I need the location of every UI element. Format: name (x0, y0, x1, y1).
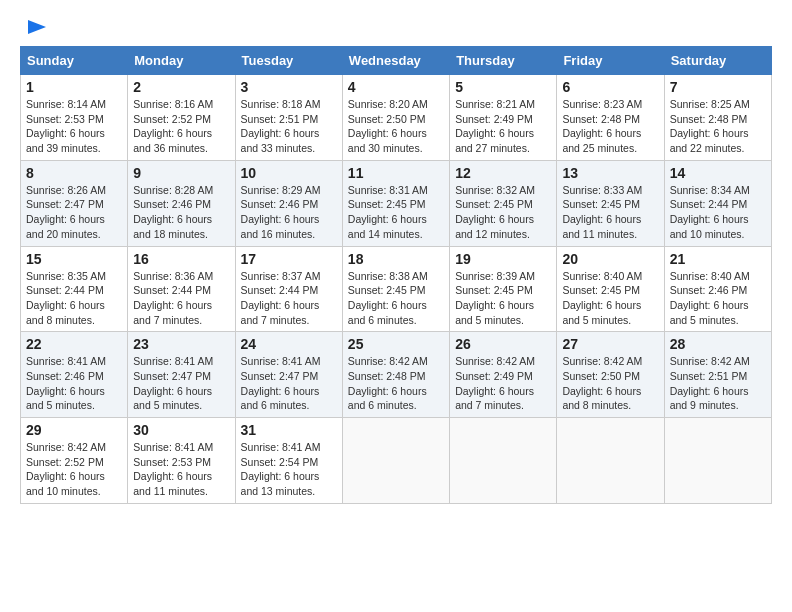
calendar-cell: 15 Sunrise: 8:35 AMSunset: 2:44 PMDaylig… (21, 246, 128, 332)
day-info: Sunrise: 8:42 AMSunset: 2:48 PMDaylight:… (348, 355, 428, 411)
calendar-cell: 17 Sunrise: 8:37 AMSunset: 2:44 PMDaylig… (235, 246, 342, 332)
day-number: 9 (133, 165, 229, 181)
calendar-cell: 24 Sunrise: 8:41 AMSunset: 2:47 PMDaylig… (235, 332, 342, 418)
day-number: 25 (348, 336, 444, 352)
calendar-cell: 20 Sunrise: 8:40 AMSunset: 2:45 PMDaylig… (557, 246, 664, 332)
day-number: 30 (133, 422, 229, 438)
day-info: Sunrise: 8:39 AMSunset: 2:45 PMDaylight:… (455, 270, 535, 326)
calendar-cell: 10 Sunrise: 8:29 AMSunset: 2:46 PMDaylig… (235, 160, 342, 246)
calendar-week-row: 29 Sunrise: 8:42 AMSunset: 2:52 PMDaylig… (21, 418, 772, 504)
day-info: Sunrise: 8:35 AMSunset: 2:44 PMDaylight:… (26, 270, 106, 326)
day-number: 4 (348, 79, 444, 95)
day-info: Sunrise: 8:42 AMSunset: 2:50 PMDaylight:… (562, 355, 642, 411)
logo (20, 16, 48, 38)
calendar-table: SundayMondayTuesdayWednesdayThursdayFrid… (20, 46, 772, 504)
day-number: 28 (670, 336, 766, 352)
calendar-week-row: 15 Sunrise: 8:35 AMSunset: 2:44 PMDaylig… (21, 246, 772, 332)
day-number: 16 (133, 251, 229, 267)
day-info: Sunrise: 8:42 AMSunset: 2:49 PMDaylight:… (455, 355, 535, 411)
calendar-cell: 18 Sunrise: 8:38 AMSunset: 2:45 PMDaylig… (342, 246, 449, 332)
day-info: Sunrise: 8:26 AMSunset: 2:47 PMDaylight:… (26, 184, 106, 240)
weekday-header-saturday: Saturday (664, 47, 771, 75)
calendar-cell: 12 Sunrise: 8:32 AMSunset: 2:45 PMDaylig… (450, 160, 557, 246)
calendar-week-row: 22 Sunrise: 8:41 AMSunset: 2:46 PMDaylig… (21, 332, 772, 418)
day-number: 3 (241, 79, 337, 95)
calendar-cell: 4 Sunrise: 8:20 AMSunset: 2:50 PMDayligh… (342, 75, 449, 161)
day-number: 23 (133, 336, 229, 352)
day-number: 26 (455, 336, 551, 352)
day-info: Sunrise: 8:23 AMSunset: 2:48 PMDaylight:… (562, 98, 642, 154)
calendar-cell: 31 Sunrise: 8:41 AMSunset: 2:54 PMDaylig… (235, 418, 342, 504)
day-info: Sunrise: 8:41 AMSunset: 2:46 PMDaylight:… (26, 355, 106, 411)
day-info: Sunrise: 8:20 AMSunset: 2:50 PMDaylight:… (348, 98, 428, 154)
weekday-header-sunday: Sunday (21, 47, 128, 75)
day-number: 15 (26, 251, 122, 267)
calendar-cell: 6 Sunrise: 8:23 AMSunset: 2:48 PMDayligh… (557, 75, 664, 161)
calendar-cell: 23 Sunrise: 8:41 AMSunset: 2:47 PMDaylig… (128, 332, 235, 418)
day-info: Sunrise: 8:34 AMSunset: 2:44 PMDaylight:… (670, 184, 750, 240)
weekday-header-friday: Friday (557, 47, 664, 75)
calendar-cell: 16 Sunrise: 8:36 AMSunset: 2:44 PMDaylig… (128, 246, 235, 332)
day-number: 7 (670, 79, 766, 95)
day-number: 27 (562, 336, 658, 352)
day-number: 5 (455, 79, 551, 95)
day-info: Sunrise: 8:40 AMSunset: 2:46 PMDaylight:… (670, 270, 750, 326)
calendar-cell (557, 418, 664, 504)
page-header (20, 16, 772, 38)
weekday-header-wednesday: Wednesday (342, 47, 449, 75)
calendar-cell: 29 Sunrise: 8:42 AMSunset: 2:52 PMDaylig… (21, 418, 128, 504)
day-info: Sunrise: 8:18 AMSunset: 2:51 PMDaylight:… (241, 98, 321, 154)
calendar-cell: 30 Sunrise: 8:41 AMSunset: 2:53 PMDaylig… (128, 418, 235, 504)
day-number: 22 (26, 336, 122, 352)
calendar-body: 1 Sunrise: 8:14 AMSunset: 2:53 PMDayligh… (21, 75, 772, 504)
day-info: Sunrise: 8:41 AMSunset: 2:54 PMDaylight:… (241, 441, 321, 497)
day-info: Sunrise: 8:16 AMSunset: 2:52 PMDaylight:… (133, 98, 213, 154)
day-info: Sunrise: 8:40 AMSunset: 2:45 PMDaylight:… (562, 270, 642, 326)
day-info: Sunrise: 8:41 AMSunset: 2:47 PMDaylight:… (241, 355, 321, 411)
calendar-cell: 21 Sunrise: 8:40 AMSunset: 2:46 PMDaylig… (664, 246, 771, 332)
day-number: 17 (241, 251, 337, 267)
logo-arrow-icon (26, 16, 48, 38)
weekday-header-thursday: Thursday (450, 47, 557, 75)
day-info: Sunrise: 8:31 AMSunset: 2:45 PMDaylight:… (348, 184, 428, 240)
day-info: Sunrise: 8:25 AMSunset: 2:48 PMDaylight:… (670, 98, 750, 154)
day-number: 20 (562, 251, 658, 267)
day-number: 1 (26, 79, 122, 95)
day-number: 13 (562, 165, 658, 181)
day-info: Sunrise: 8:14 AMSunset: 2:53 PMDaylight:… (26, 98, 106, 154)
calendar-cell: 11 Sunrise: 8:31 AMSunset: 2:45 PMDaylig… (342, 160, 449, 246)
day-info: Sunrise: 8:36 AMSunset: 2:44 PMDaylight:… (133, 270, 213, 326)
day-number: 14 (670, 165, 766, 181)
calendar-cell: 25 Sunrise: 8:42 AMSunset: 2:48 PMDaylig… (342, 332, 449, 418)
day-number: 2 (133, 79, 229, 95)
day-info: Sunrise: 8:28 AMSunset: 2:46 PMDaylight:… (133, 184, 213, 240)
calendar-cell: 8 Sunrise: 8:26 AMSunset: 2:47 PMDayligh… (21, 160, 128, 246)
calendar-week-row: 8 Sunrise: 8:26 AMSunset: 2:47 PMDayligh… (21, 160, 772, 246)
calendar-cell: 3 Sunrise: 8:18 AMSunset: 2:51 PMDayligh… (235, 75, 342, 161)
day-number: 10 (241, 165, 337, 181)
calendar-cell: 19 Sunrise: 8:39 AMSunset: 2:45 PMDaylig… (450, 246, 557, 332)
calendar-cell: 1 Sunrise: 8:14 AMSunset: 2:53 PMDayligh… (21, 75, 128, 161)
day-number: 31 (241, 422, 337, 438)
calendar-cell: 2 Sunrise: 8:16 AMSunset: 2:52 PMDayligh… (128, 75, 235, 161)
day-info: Sunrise: 8:42 AMSunset: 2:51 PMDaylight:… (670, 355, 750, 411)
day-info: Sunrise: 8:29 AMSunset: 2:46 PMDaylight:… (241, 184, 321, 240)
calendar-cell (664, 418, 771, 504)
day-number: 21 (670, 251, 766, 267)
svg-marker-0 (28, 20, 46, 34)
calendar-cell: 28 Sunrise: 8:42 AMSunset: 2:51 PMDaylig… (664, 332, 771, 418)
day-info: Sunrise: 8:37 AMSunset: 2:44 PMDaylight:… (241, 270, 321, 326)
calendar-header-row: SundayMondayTuesdayWednesdayThursdayFrid… (21, 47, 772, 75)
day-info: Sunrise: 8:42 AMSunset: 2:52 PMDaylight:… (26, 441, 106, 497)
calendar-cell: 27 Sunrise: 8:42 AMSunset: 2:50 PMDaylig… (557, 332, 664, 418)
day-number: 11 (348, 165, 444, 181)
calendar-cell: 9 Sunrise: 8:28 AMSunset: 2:46 PMDayligh… (128, 160, 235, 246)
day-number: 8 (26, 165, 122, 181)
day-info: Sunrise: 8:38 AMSunset: 2:45 PMDaylight:… (348, 270, 428, 326)
day-number: 6 (562, 79, 658, 95)
day-number: 19 (455, 251, 551, 267)
day-number: 24 (241, 336, 337, 352)
calendar-cell (342, 418, 449, 504)
calendar-week-row: 1 Sunrise: 8:14 AMSunset: 2:53 PMDayligh… (21, 75, 772, 161)
weekday-header-monday: Monday (128, 47, 235, 75)
